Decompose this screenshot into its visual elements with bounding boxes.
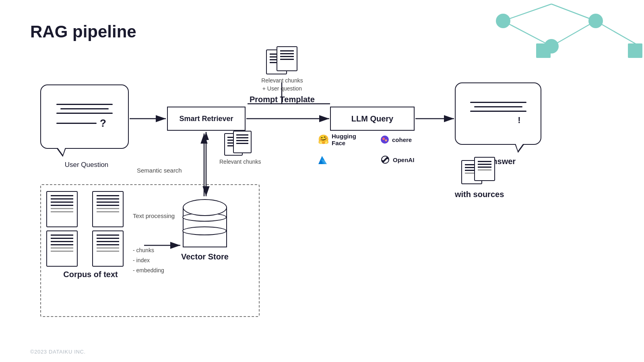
svg-point-25: [385, 140, 387, 142]
line-decoration: [56, 104, 113, 105]
llm-query-label: LLM Query: [351, 114, 393, 123]
chunks-line1: - chunks: [133, 245, 164, 255]
relevant-chunks-label: Relevant chunks: [219, 158, 261, 165]
smart-retriever-label: Smart Retriever: [179, 115, 233, 123]
hf-logo-icon: 🤗: [318, 134, 329, 145]
llm-query-box: LLM Query: [330, 107, 415, 131]
relevant-chunks-area: Relevant chunks: [219, 131, 261, 165]
vector-store-area: Vector Store: [181, 199, 229, 261]
prompt-template-area: Relevant chunks + User question Prompt T…: [250, 46, 315, 104]
provider-openai: OpenAI: [380, 154, 431, 165]
provider-openai-label: OpenAI: [393, 156, 414, 163]
footer: ©2023 DATAIKU INC.: [30, 349, 86, 355]
user-question-container: ? User Question: [40, 84, 133, 159]
openai-logo-icon: [380, 155, 390, 165]
line-decoration: [474, 106, 522, 107]
corpus-label: Corpus of text: [46, 270, 135, 279]
chunks-line2: - index: [133, 255, 164, 265]
answer-bubble: !: [455, 82, 541, 145]
corpus-area: Corpus of text: [46, 191, 135, 279]
provider-azure: [318, 154, 368, 165]
decorative-network: [471, 0, 644, 64]
line-decoration: [60, 108, 109, 109]
semantic-search-label: Semantic search: [137, 167, 182, 174]
prompt-docs-icon: [266, 46, 298, 74]
user-question-label: User Question: [40, 161, 133, 169]
answer-container: ! Answer: [455, 82, 547, 166]
corpus-doc-4: [92, 230, 124, 267]
provider-cohere: cohere: [380, 133, 431, 146]
exclamation-icon: !: [518, 115, 520, 125]
prompt-template-label: Prompt Template: [250, 95, 315, 104]
page-title: RAG pipeline: [30, 22, 136, 41]
with-sources-area: with sources: [455, 157, 504, 199]
svg-point-5: [496, 14, 510, 28]
line-decoration: [470, 111, 526, 112]
provider-cohere-label: cohere: [392, 136, 412, 143]
with-sources-label: with sources: [455, 190, 504, 199]
cohere-logo-icon: [380, 135, 389, 144]
provider-huggingface: 🤗 Hugging Face: [318, 133, 368, 146]
svg-rect-10: [628, 43, 642, 58]
corpus-doc-3: [46, 230, 78, 267]
prompt-sub-label: Relevant chunks + User question: [261, 77, 303, 93]
chunks-index-embedding-label: - chunks - index - embedding: [133, 245, 164, 276]
svg-line-2: [596, 21, 640, 46]
svg-line-0: [503, 21, 551, 46]
corpus-doc-1: [46, 191, 78, 227]
svg-line-1: [551, 21, 596, 46]
svg-rect-9: [536, 43, 551, 58]
provider-hf-label: Hugging Face: [332, 133, 368, 146]
vector-store-cylinder: [183, 199, 227, 247]
vector-store-label: Vector Store: [181, 252, 229, 261]
azure-logo-icon: [318, 154, 328, 165]
text-processing-label: Text processing: [133, 212, 175, 219]
svg-point-24: [382, 138, 385, 140]
cyl-top: [183, 199, 227, 216]
svg-point-6: [588, 14, 603, 28]
line-decoration: [56, 113, 113, 114]
line-decoration: [56, 123, 97, 124]
smart-retriever-box: Smart Retriever: [167, 107, 246, 131]
line-decoration: [470, 102, 526, 103]
question-mark-icon: ?: [100, 117, 106, 130]
chunks-line3: - embedding: [133, 265, 164, 276]
svg-point-23: [381, 136, 389, 144]
corpus-docs-grid: [46, 191, 135, 267]
corpus-doc-2: [92, 191, 124, 227]
user-question-bubble: ?: [40, 84, 129, 149]
cyl-mid2: [182, 226, 227, 235]
svg-line-3: [503, 4, 551, 21]
llm-providers-area: 🤗 Hugging Face cohere OpenAI: [318, 133, 431, 165]
